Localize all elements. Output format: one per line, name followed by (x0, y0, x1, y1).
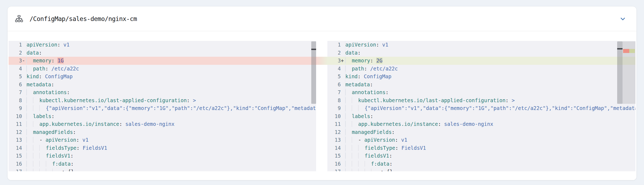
code-line: 6metadata: (9, 81, 316, 89)
code-line: 1apiVersion: v1 (327, 41, 635, 49)
code-line: 14 fieldsType: FieldsV1 (9, 144, 316, 152)
code-line: 12 managedFields: (327, 128, 635, 136)
left-scrollbar-thumb[interactable] (311, 41, 316, 104)
code-line: 11 app.kubernetes.io/instance: sales-dem… (9, 120, 316, 128)
code-line: 13 - apiVersion: v1 (327, 136, 635, 144)
left-scrollbar-diff-marker (311, 49, 316, 50)
code-line: 7 annotations: (9, 88, 316, 97)
resource-path-title: /ConfigMap/sales-demo/nginx-cm (30, 15, 137, 22)
code-line: 17 .: {} (327, 168, 635, 171)
code-line: 16 f:data: (9, 160, 316, 168)
code-line: 14 fieldsType: FieldsV1 (327, 144, 635, 152)
code-line: 3- memory: 1G (9, 57, 316, 65)
code-line: 7 annotations: (327, 88, 635, 97)
code-line: 13 - apiVersion: v1 (9, 136, 316, 144)
code-line: 3+ memory: 2G (327, 57, 635, 65)
code-line: 4 path: /etc/a22c (327, 65, 635, 73)
diff-content: 1apiVersion: v12data:3- memory: 1G4 path… (8, 31, 636, 180)
code-line: 8 kubectl.kubernetes.io/last-applied-con… (327, 97, 635, 105)
code-line: 4 path: /etc/a22c (9, 65, 316, 73)
code-lines-right: 1apiVersion: v12data:3+ memory: 2G4 path… (327, 41, 635, 171)
chevron-down-icon[interactable] (619, 15, 627, 23)
code-line: 15 fieldsV1: (9, 152, 316, 160)
code-line: 12 managedFields: (9, 128, 316, 136)
code-line: 6metadata: (327, 81, 635, 89)
ruler-insertion-marker (629, 49, 635, 53)
diff-change-connector (316, 57, 327, 65)
diff-pane-right[interactable]: 1apiVersion: v12data:3+ memory: 2G4 path… (327, 41, 635, 171)
code-line: 5kind: ConfigMap (327, 73, 635, 81)
overview-ruler[interactable] (623, 41, 635, 171)
code-line: 9 {"apiVersion":"v1","data":{"memory":"1… (9, 104, 316, 112)
code-line: 16 f:data: (327, 160, 635, 168)
code-line: 10 labels: (9, 112, 316, 120)
page-background: /ConfigMap/sales-demo/nginx-cm 1apiVersi… (0, 0, 644, 185)
code-line: 10 labels: (327, 112, 635, 120)
code-line: 1apiVersion: v1 (9, 41, 316, 49)
diff-pane-left[interactable]: 1apiVersion: v12data:3- memory: 1G4 path… (9, 41, 316, 171)
code-line: 15 fieldsV1: (327, 152, 635, 160)
resource-diff-card: /ConfigMap/sales-demo/nginx-cm 1apiVersi… (8, 6, 636, 180)
code-line: 5kind: ConfigMap (9, 73, 316, 81)
diff-gap (316, 41, 327, 171)
code-line: 17 .: {} (9, 168, 316, 171)
right-scrollbar-thumb[interactable] (617, 41, 623, 104)
code-lines-left: 1apiVersion: v12data:3- memory: 1G4 path… (9, 41, 316, 171)
ruler-deletion-marker (623, 49, 629, 53)
card-header: /ConfigMap/sales-demo/nginx-cm (8, 6, 636, 31)
code-line: 8 kubectl.kubernetes.io/last-applied-con… (9, 97, 316, 105)
code-line: 9 {"apiVersion":"v1","data":{"memory":"1… (327, 104, 635, 112)
right-scrollbar-diff-marker (617, 48, 623, 49)
code-line: 2data: (327, 49, 635, 57)
code-line: 11 app.kubernetes.io/instance: sales-dem… (327, 120, 635, 128)
code-line: 2data: (9, 49, 316, 57)
hierarchy-icon (14, 14, 24, 23)
